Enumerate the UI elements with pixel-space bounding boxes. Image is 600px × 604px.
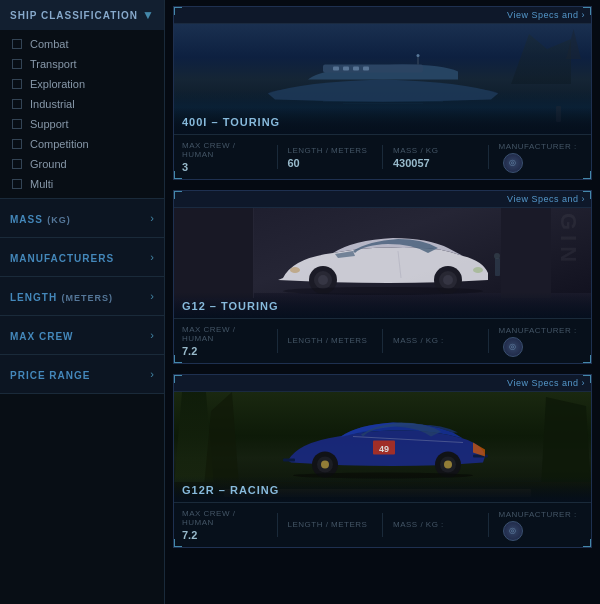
ship-name-overlay-400i: 400i – TOURING [174, 108, 591, 134]
sidebar: SHIP CLASSIFICATION ▼ Combat Transport E… [0, 0, 165, 604]
g12r-car-svg: 49 [263, 415, 503, 480]
view-specs-g12[interactable]: View Specs and › [507, 194, 585, 204]
industrial-checkbox[interactable] [12, 99, 22, 109]
price-range-filter-label: PRICE RANGE [10, 365, 90, 383]
transport-checkbox[interactable] [12, 59, 22, 69]
stat-crew-400i: Max Crew / Human 3 [182, 141, 267, 173]
svg-rect-3 [343, 67, 349, 71]
filter-item-multi[interactable]: Multi [0, 174, 164, 194]
g12-car-svg [253, 228, 513, 298]
manufacturer-logo-g12: ◎ [503, 337, 523, 357]
svg-point-21 [494, 253, 500, 259]
svg-rect-20 [495, 258, 500, 276]
ship-name-400i: 400i – TOURING [182, 116, 280, 128]
mass-filter-label: MASS (Kg) [10, 209, 71, 227]
exploration-label: Exploration [30, 78, 85, 90]
card-top-bar-400i: View Specs and › [174, 7, 591, 24]
filter-item-support[interactable]: Support [0, 114, 164, 134]
svg-point-17 [473, 267, 483, 273]
card-top-bar-g12: View Specs and › [174, 191, 591, 208]
svg-text:49: 49 [378, 444, 388, 454]
ship-classification-header[interactable]: SHIP CLASSIFICATION ▼ [0, 0, 164, 30]
support-checkbox[interactable] [12, 119, 22, 129]
max-crew-arrow-icon: › [150, 329, 154, 341]
ship-image-g12r: 49 [174, 392, 591, 502]
card-top-bar-g12r: View Specs and › [174, 375, 591, 392]
combat-label: Combat [30, 38, 69, 50]
ship-listing: View Specs and › [165, 0, 600, 604]
svg-point-7 [416, 54, 419, 57]
svg-point-15 [443, 275, 453, 285]
ship-classification-title: SHIP CLASSIFICATION [10, 10, 138, 21]
exploration-checkbox[interactable] [12, 79, 22, 89]
svg-point-26 [321, 461, 329, 469]
mass-filter[interactable]: MASS (Kg) › [0, 199, 164, 238]
max-crew-filter[interactable]: MAX CREW › [0, 316, 164, 355]
manufacturer-logo-g12r: ◎ [503, 521, 523, 541]
multi-checkbox[interactable] [12, 179, 22, 189]
manufacturers-filter[interactable]: MANUFACTURERS › [0, 238, 164, 277]
mass-arrow-icon: › [150, 212, 154, 224]
industrial-label: Industrial [30, 98, 75, 110]
svg-rect-30 [283, 459, 295, 462]
manufacturers-filter-label: MANUFACTURERS [10, 248, 114, 266]
ship-400i-svg [243, 52, 523, 107]
ship-name-g12r: G12R – RACING [182, 484, 279, 496]
filter-item-combat[interactable]: Combat [0, 34, 164, 54]
competition-label: Competition [30, 138, 89, 150]
svg-point-29 [444, 461, 452, 469]
stat-crew-g12: Max Crew / Human 7.2 [182, 325, 267, 357]
svg-rect-2 [333, 67, 339, 71]
ship-name-g12: G12 – TOURING [182, 300, 279, 312]
multi-label: Multi [30, 178, 53, 190]
filter-item-exploration[interactable]: Exploration [0, 74, 164, 94]
stat-mass-400i: Mass / Kg 430057 [393, 146, 478, 169]
ship-name-overlay-g12r: G12R – RACING [174, 476, 591, 502]
chevron-down-icon: ▼ [142, 8, 154, 22]
stat-manufacturer-400i: Manufacturer : ◎ [499, 142, 584, 173]
ship-stats-g12r: Max Crew / Human 7.2 Length / Meters Mas… [174, 502, 591, 547]
ship-card-g12r: View Specs and › [173, 374, 592, 548]
ship-image-g12: ORIGIN [174, 208, 591, 318]
ground-checkbox[interactable] [12, 159, 22, 169]
manufacturers-arrow-icon: › [150, 251, 154, 263]
ground-label: Ground [30, 158, 67, 170]
length-filter[interactable]: LENGTH (meters) › [0, 277, 164, 316]
ship-name-overlay-g12: G12 – TOURING [174, 292, 591, 318]
filter-item-competition[interactable]: Competition [0, 134, 164, 154]
stat-mass-g12: Mass / Kg : [393, 336, 478, 347]
svg-rect-4 [353, 67, 359, 71]
combat-checkbox[interactable] [12, 39, 22, 49]
ship-card-400i: View Specs and › [173, 6, 592, 180]
stat-manufacturer-g12: Manufacturer : ◎ [499, 326, 584, 357]
filter-item-transport[interactable]: Transport [0, 54, 164, 74]
support-label: Support [30, 118, 69, 130]
stat-length-g12: Length / Meters [288, 336, 373, 347]
stat-manufacturer-g12r: Manufacturer : ◎ [499, 510, 584, 541]
price-range-filter[interactable]: PRICE RANGE › [0, 355, 164, 394]
svg-point-12 [318, 275, 328, 285]
length-arrow-icon: › [150, 290, 154, 302]
stat-crew-g12r: Max Crew / Human 7.2 [182, 509, 267, 541]
ship-stats-g12: Max Crew / Human 7.2 Length / Meters Mas… [174, 318, 591, 363]
stat-mass-g12r: Mass / Kg : [393, 520, 478, 531]
svg-point-18 [290, 267, 300, 273]
origin-watermark: ORIGIN [555, 208, 581, 267]
price-range-arrow-icon: › [150, 368, 154, 380]
transport-label: Transport [30, 58, 77, 70]
ship-classification-items: Combat Transport Exploration Industrial … [0, 30, 164, 198]
ship-image-400i: 400i – TOURING [174, 24, 591, 134]
ship-card-g12: View Specs and › ORIGIN [173, 190, 592, 364]
max-crew-filter-label: MAX CREW [10, 326, 74, 344]
view-specs-400i[interactable]: View Specs and › [507, 10, 585, 20]
svg-rect-5 [363, 67, 369, 71]
ship-stats-400i: Max Crew / Human 3 Length / Meters 60 Ma… [174, 134, 591, 179]
view-specs-g12r[interactable]: View Specs and › [507, 378, 585, 388]
competition-checkbox[interactable] [12, 139, 22, 149]
filter-item-ground[interactable]: Ground [0, 154, 164, 174]
filter-item-industrial[interactable]: Industrial [0, 94, 164, 114]
ship-classification-section: SHIP CLASSIFICATION ▼ Combat Transport E… [0, 0, 164, 199]
length-filter-label: LENGTH (meters) [10, 287, 113, 305]
stat-length-g12r: Length / Meters [288, 520, 373, 531]
stat-length-400i: Length / Meters 60 [288, 146, 373, 169]
